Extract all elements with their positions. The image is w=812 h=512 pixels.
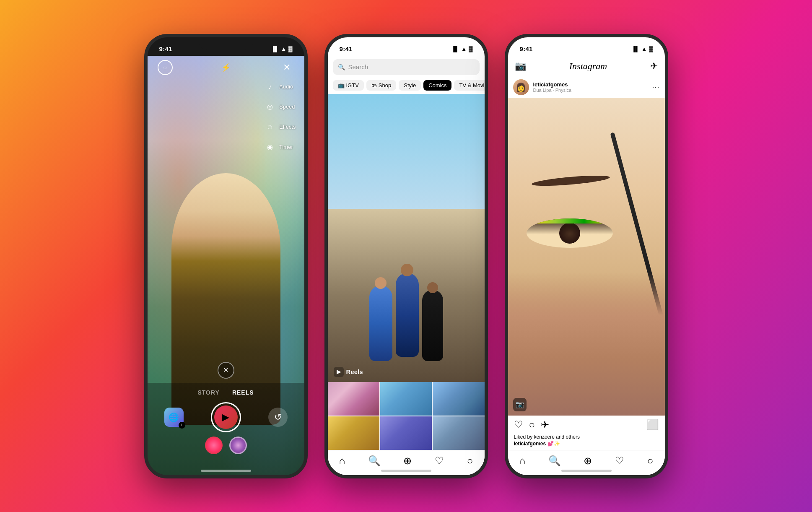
thumb-1[interactable] <box>328 382 379 416</box>
effect-2[interactable] <box>229 437 247 454</box>
tv-movies-label: TV & Movies <box>459 82 484 88</box>
camera-tools: ♪ Audio ◎ Speed ☺ Effects ◉ Timer <box>264 81 296 153</box>
nav-search-icon[interactable]: 🔍 <box>368 455 381 467</box>
shutter-button[interactable]: ▶ <box>211 402 241 432</box>
avatar-image: 👩 <box>513 79 529 95</box>
tab-tv-movies[interactable]: TV & Movies <box>454 80 484 91</box>
lower-face <box>508 272 665 415</box>
status-icons-3: ▐▌ ▲ ▓ <box>632 46 653 52</box>
post-camera-icon[interactable]: 📷 <box>513 398 527 411</box>
dancer-2-head <box>401 264 413 276</box>
status-time-3: 9:41 <box>520 45 533 52</box>
effects-tool[interactable]: ☺ Effects <box>264 121 296 133</box>
search-icon: 🔍 <box>338 64 345 70</box>
tab-igtv[interactable]: 📺 IGTV <box>333 80 364 91</box>
close-icon[interactable]: ✕ <box>279 60 294 75</box>
timer-tool[interactable]: ◉ Timer <box>264 141 296 153</box>
camera-screen: ○ ⚡ ✕ ♪ Audio ◎ Speed ☺ Effects ◉ Timer <box>148 56 304 475</box>
timer-label: Timer <box>279 144 293 150</box>
bookmark-icon[interactable]: ⬜ <box>646 419 659 431</box>
reels-video: ▶ Reels <box>328 94 485 382</box>
home-indicator-3 <box>561 470 612 472</box>
phone-1: 9:41 ▐▌ ▲ ▓ ○ ⚡ ✕ ♪ Audio ◎ Speed <box>144 34 308 478</box>
status-time-2: 9:41 <box>340 45 353 52</box>
instagram-logo: Instagram <box>569 61 607 72</box>
thumb-4[interactable] <box>328 416 379 450</box>
tab-style[interactable]: Style <box>399 80 421 91</box>
reels-label: ▶ Reels <box>334 367 363 377</box>
status-icons-1: ▐▌ ▲ ▓ <box>271 46 293 52</box>
home-indicator-2 <box>381 470 431 472</box>
shop-icon: 🛍 <box>371 82 377 88</box>
reels-icon: ▶ <box>334 367 344 377</box>
share-icon[interactable]: ✈ <box>541 419 549 431</box>
effect-1[interactable] <box>205 437 223 454</box>
nav3-search-icon[interactable]: 🔍 <box>548 455 561 467</box>
audio-label: Audio <box>279 83 293 90</box>
story-mode[interactable]: STORY <box>197 389 219 396</box>
post-user-left: 👩 leticiafgomes Dua Lipa · Physical <box>513 79 573 95</box>
liked-by-label: Liked by kenzoere and others <box>514 434 580 440</box>
timer-icon: ◉ <box>264 141 276 153</box>
status-time-1: 9:41 <box>159 45 172 52</box>
like-icon[interactable]: ♡ <box>514 419 523 431</box>
flash-icon[interactable]: ⚡ <box>218 60 233 75</box>
thumb-5[interactable] <box>380 416 432 450</box>
dancer-3 <box>422 290 443 361</box>
nav-add-icon[interactable]: ⊕ <box>403 455 412 467</box>
audio-icon: ♪ <box>264 81 276 93</box>
post-actions: ♡ ○ ✈ ⬜ <box>508 416 665 434</box>
post-username[interactable]: leticiafgomes <box>533 81 573 88</box>
caption-text: 💕✨ <box>547 441 560 447</box>
notch-1 <box>199 37 253 50</box>
nav-heart-icon[interactable]: ♡ <box>435 455 444 467</box>
send-icon[interactable]: ✈ <box>650 61 658 72</box>
nav3-profile-icon[interactable]: ○ <box>647 455 654 467</box>
speed-tool[interactable]: ◎ Speed <box>264 101 296 113</box>
tab-comics[interactable]: Comics <box>423 80 451 91</box>
notch-3 <box>559 37 614 50</box>
dancer-1-head <box>375 277 387 289</box>
camera-header-icon[interactable]: 📷 <box>515 61 526 72</box>
effects-label: Effects <box>279 124 296 130</box>
post-subtitle: Dua Lipa · Physical <box>533 88 573 93</box>
tab-shop[interactable]: 🛍 Shop <box>366 80 396 91</box>
dancer-3-head <box>427 282 438 293</box>
nav3-add-icon[interactable]: ⊕ <box>584 455 592 467</box>
thumb-6[interactable] <box>433 416 484 450</box>
comment-icon[interactable]: ○ <box>529 419 535 431</box>
caption-username[interactable]: leticiafgomes <box>514 441 546 447</box>
post-actions-left: ♡ ○ ✈ <box>514 419 550 431</box>
flip-camera-button[interactable]: ↺ <box>268 408 288 427</box>
post-caption: leticiafgomes 💕✨ <box>508 440 665 450</box>
delete-button[interactable]: ✕ <box>218 362 234 379</box>
dancers <box>369 273 443 361</box>
home-indicator-1 <box>201 470 251 472</box>
nav-profile-icon[interactable]: ○ <box>467 455 473 467</box>
post-user-info: leticiafgomes Dua Lipa · Physical <box>533 81 573 93</box>
more-options-icon[interactable]: ··· <box>652 83 659 91</box>
style-label: Style <box>404 82 416 88</box>
instagram-header: 📷 Instagram ✈ <box>508 56 665 77</box>
category-tabs: 📺 IGTV 🛍 Shop Style Comics TV & Movies <box>328 78 485 94</box>
reels-text: Reels <box>346 368 363 375</box>
settings-icon[interactable]: ○ <box>158 60 173 75</box>
audio-tool[interactable]: ♪ Audio <box>264 81 296 93</box>
nav3-home-icon[interactable]: ⌂ <box>519 455 526 467</box>
glitter-liner <box>527 218 613 224</box>
gallery-button[interactable]: 🌐 + <box>164 408 184 427</box>
thumb-3[interactable] <box>433 382 484 416</box>
nav-home-icon[interactable]: ⌂ <box>339 455 345 467</box>
reels-mode[interactable]: REELS <box>232 389 254 396</box>
liked-by-text: Liked by kenzoere and others <box>508 434 665 440</box>
camera-top-controls: ○ ⚡ ✕ <box>148 60 304 75</box>
status-icons-2: ▐▌ ▲ ▓ <box>451 46 473 52</box>
speed-icon: ◎ <box>264 101 276 113</box>
igtv-icon: 📺 <box>338 82 345 88</box>
nav3-heart-icon[interactable]: ♡ <box>615 455 624 467</box>
shutter-inner: ▶ <box>214 405 238 429</box>
thumb-2[interactable] <box>380 382 432 416</box>
eye-area <box>527 218 613 248</box>
phone-3: 9:41 ▐▌ ▲ ▓ 📷 Instagram ✈ 👩 leticiafgome… <box>505 34 668 478</box>
search-bar[interactable]: 🔍 Search <box>333 59 480 75</box>
